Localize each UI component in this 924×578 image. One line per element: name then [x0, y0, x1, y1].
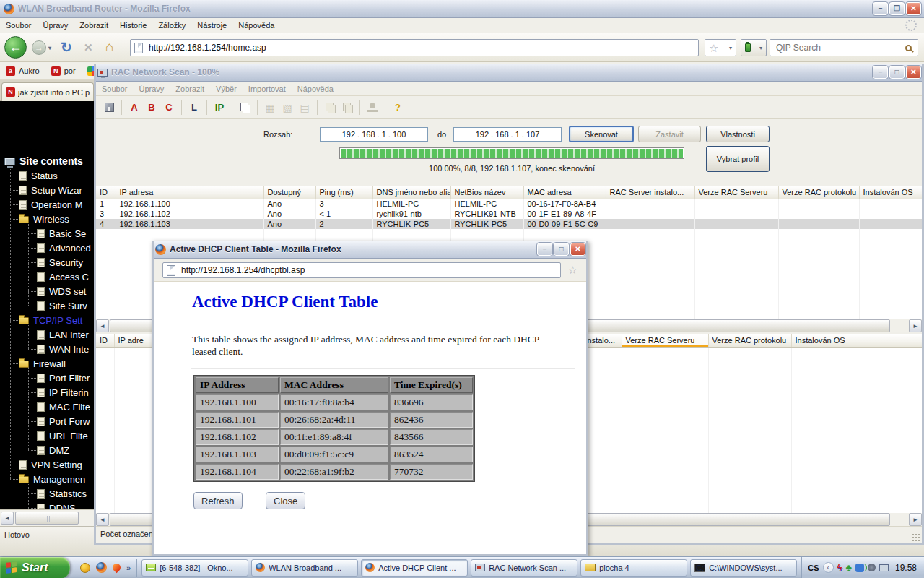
bookmark-star-icon[interactable]: ☆ — [568, 264, 578, 275]
sidebar-item-security[interactable]: Security — [0, 255, 94, 269]
menu-item-úpravy[interactable]: Úpravy — [133, 82, 170, 95]
task-button[interactable]: Active DHCP Client ... — [361, 559, 468, 577]
sidebar-item-port-filter[interactable]: Port Filter — [0, 371, 94, 385]
flame-quick-icon[interactable] — [111, 562, 123, 574]
menu-item-zobrazit[interactable]: Zobrazit — [170, 82, 210, 95]
scan-a-button[interactable]: A — [126, 99, 143, 116]
maximize-button[interactable]: □ — [889, 66, 905, 79]
close-button[interactable]: ✕ — [906, 2, 921, 15]
column-header[interactable]: DNS jméno nebo alias — [372, 186, 450, 199]
restore-button[interactable]: ❐ — [889, 2, 905, 15]
sidebar-item-wds-set[interactable]: WDS set — [0, 284, 94, 298]
scrollbar-thumb[interactable] — [15, 512, 79, 525]
stop-icon[interactable]: ✕ — [84, 41, 93, 54]
sidebar-item-ip-filterin[interactable]: IP Filterin — [0, 385, 94, 400]
sidebar-item-basic-se[interactable]: Basic Se — [0, 226, 94, 241]
scan-l-button[interactable]: L — [186, 99, 203, 116]
column-header[interactable]: NetBios název — [450, 186, 523, 199]
task-button[interactable]: plocha 4 — [580, 559, 687, 577]
home-icon[interactable]: ⌂ — [105, 39, 113, 55]
task-button[interactable]: RAC Network Scan ... — [471, 559, 578, 577]
firefox-main-titlebar[interactable]: WLAN Broadband Router - Mozilla Firefox … — [0, 0, 924, 18]
sidebar-item-setup-wizar[interactable]: Setup Wizar — [0, 183, 94, 197]
column-header[interactable]: IP adresa — [116, 186, 263, 199]
dhcp-titlebar[interactable]: Active DHCP Client Table - Mozilla Firef… — [152, 241, 588, 259]
qip-quick-icon[interactable] — [80, 563, 90, 573]
search-icon[interactable] — [905, 45, 912, 51]
sidebar-item-vpn-setting[interactable]: VPN Setting — [0, 457, 94, 472]
tray-wireless-icon[interactable] — [855, 564, 864, 572]
minimize-button[interactable]: – — [873, 2, 888, 15]
rac-titlebar[interactable]: RAC Network Scan - 100% – □ ✕ — [94, 64, 924, 82]
column-header[interactable]: Verze RAC protokolu — [708, 334, 791, 347]
menu-item-soubor[interactable]: Soubor — [96, 82, 133, 95]
search-engine-dropdown-icon[interactable]: ▾ — [759, 45, 762, 51]
forward-button[interactable]: → — [32, 40, 46, 55]
menu-item-soubor[interactable]: Soubor — [0, 19, 37, 32]
range-to-input[interactable] — [453, 127, 562, 142]
sidebar-item-port-forw[interactable]: Port Forw — [0, 414, 94, 428]
save-icon[interactable] — [100, 99, 118, 116]
scroll-left-icon[interactable]: ◄ — [96, 513, 109, 526]
sidebar-item-managemen[interactable]: Managemen — [0, 472, 94, 486]
table-row[interactable]: 3192.168.1.102Ano< 1rychlik91-ntbRYCHLIK… — [96, 209, 922, 219]
range-from-input[interactable] — [320, 127, 428, 142]
tray-bolt-icon[interactable]: ϟ — [837, 563, 842, 572]
tray-display-icon[interactable] — [879, 564, 889, 571]
sidebar-item-url-filte[interactable]: URL Filte — [0, 428, 94, 443]
qip-search-engine-icon[interactable] — [745, 43, 751, 52]
stop-button[interactable]: Zastavit — [638, 126, 701, 142]
menu-item-záložky[interactable]: Záložky — [152, 19, 191, 32]
quick-launch-overflow-icon[interactable]: » — [126, 564, 131, 572]
column-header[interactable]: Verze RAC Serveru — [694, 186, 778, 199]
task-button[interactable]: C:\C:\WINDOWS\syst... — [690, 559, 797, 577]
start-button[interactable]: Start — [0, 557, 70, 578]
sidebar-item-tcp-ip-sett[interactable]: TCP/IP Sett — [0, 313, 94, 327]
task-button[interactable]: [6-548-382] - Okno... — [141, 559, 248, 577]
column-header[interactable]: Instalován OS — [791, 334, 922, 347]
menu-item-zobrazit[interactable]: Zobrazit — [74, 19, 114, 32]
sidebar-item-advanced[interactable]: Advanced — [0, 241, 94, 255]
scroll-right-icon[interactable]: ► — [909, 513, 922, 526]
scroll-right-icon[interactable]: ► — [909, 319, 922, 332]
scan-ip-button[interactable]: IP — [211, 99, 228, 116]
language-indicator[interactable]: CS — [808, 564, 819, 572]
menu-item-importovat[interactable]: Importovat — [243, 82, 292, 95]
column-header[interactable]: nstalo... — [583, 334, 622, 347]
sidebar-item-wireless[interactable]: Wireless — [0, 212, 94, 226]
tray-chevron-icon[interactable]: ‹ — [823, 562, 834, 573]
properties-button[interactable]: Vlastnosti — [706, 126, 770, 142]
history-dropdown-icon[interactable]: ▾ — [48, 45, 51, 51]
column-header[interactable]: Dostupný — [263, 186, 315, 199]
menu-item-úpravy[interactable]: Úpravy — [37, 19, 74, 32]
menu-item-nápověda[interactable]: Nápověda — [232, 19, 280, 32]
reload-icon[interactable]: ↻ — [61, 39, 72, 56]
column-header[interactable]: MAC adresa — [523, 186, 606, 199]
sidebar-item-access-c[interactable]: Access C — [0, 269, 94, 284]
sidebar-item-lan-inter[interactable]: LAN Inter — [0, 327, 94, 342]
scroll-left-icon[interactable]: ◄ — [1, 512, 14, 525]
column-header[interactable]: RAC Server instalo... — [606, 186, 694, 199]
scan-button[interactable]: Skenovat — [569, 126, 634, 142]
maximize-button[interactable]: □ — [554, 243, 569, 256]
browser-tab[interactable]: N jak zjistit info o PC p — [1, 82, 94, 101]
search-input[interactable] — [776, 43, 898, 53]
scroll-left-icon[interactable]: ◄ — [96, 319, 109, 332]
url-input[interactable] — [149, 43, 656, 53]
minimize-button[interactable]: – — [537, 243, 552, 256]
copy-ip-icon[interactable] — [236, 99, 253, 116]
menu-item-nápověda[interactable]: Nápověda — [292, 82, 339, 95]
menu-item-výběr[interactable]: Výběr — [210, 82, 243, 95]
sidebar-item-site-surv[interactable]: Site Surv — [0, 298, 94, 313]
table-row[interactable]: 4192.168.1.103Ano2RYCHLIK-PC5RYCHLIK-PC5… — [96, 219, 922, 229]
scan-c-button[interactable]: C — [160, 99, 178, 116]
bookmark-star-icon[interactable]: ☆ — [709, 43, 718, 53]
sidebar-item-operation-m[interactable]: Operation M — [0, 197, 94, 212]
bookmark-item[interactable]: aAukro — [6, 66, 40, 76]
close-page-button[interactable]: Close — [266, 492, 305, 509]
column-header[interactable]: Ping (ms) — [315, 186, 372, 199]
firefox-quick-icon[interactable] — [96, 562, 107, 573]
sidebar-item-status[interactable]: Status — [0, 168, 94, 183]
bookmark-dropdown-icon[interactable]: ▾ — [729, 45, 732, 51]
refresh-button[interactable]: Refresh — [193, 492, 243, 509]
